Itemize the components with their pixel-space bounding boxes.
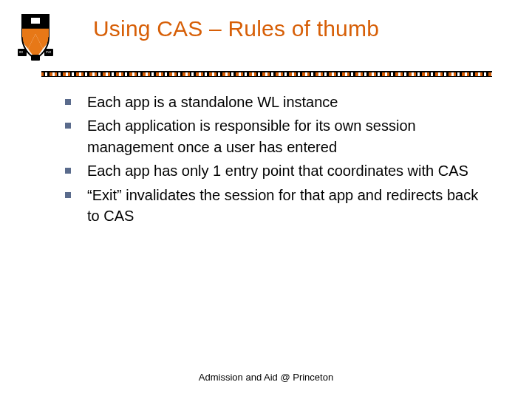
- bullet-icon: [65, 192, 71, 198]
- svg-rect-0: [31, 18, 40, 24]
- princeton-shield-icon: DEI NVM: [15, 13, 56, 62]
- list-item: “Exit” invalidates the session for that …: [65, 185, 482, 227]
- svg-rect-4: [31, 55, 40, 61]
- bullet-text: “Exit” invalidates the session for that …: [87, 185, 482, 227]
- slide-title: Using CAS – Rules of thumb: [93, 16, 379, 41]
- svg-text:DEI: DEI: [19, 51, 23, 54]
- bullet-icon: [65, 168, 71, 174]
- bullet-list: Each app is a standalone WL instance Eac…: [0, 77, 532, 226]
- header: DEI NVM Using CAS – Rules of thumb: [0, 0, 532, 62]
- footer-text: Admission and Aid @ Princeton: [0, 372, 532, 383]
- list-item: Each app is a standalone WL instance: [65, 92, 482, 112]
- bullet-icon: [65, 99, 71, 105]
- bullet-text: Each app has only 1 entry point that coo…: [87, 160, 468, 181]
- svg-text:NVM: NVM: [46, 51, 51, 54]
- list-item: Each application is responsible for its …: [65, 115, 482, 157]
- bullet-text: Each application is responsible for its …: [87, 115, 482, 157]
- divider: [41, 71, 492, 77]
- bullet-text: Each app is a standalone WL instance: [87, 92, 338, 112]
- list-item: Each app has only 1 entry point that coo…: [65, 160, 482, 181]
- bullet-icon: [65, 123, 71, 129]
